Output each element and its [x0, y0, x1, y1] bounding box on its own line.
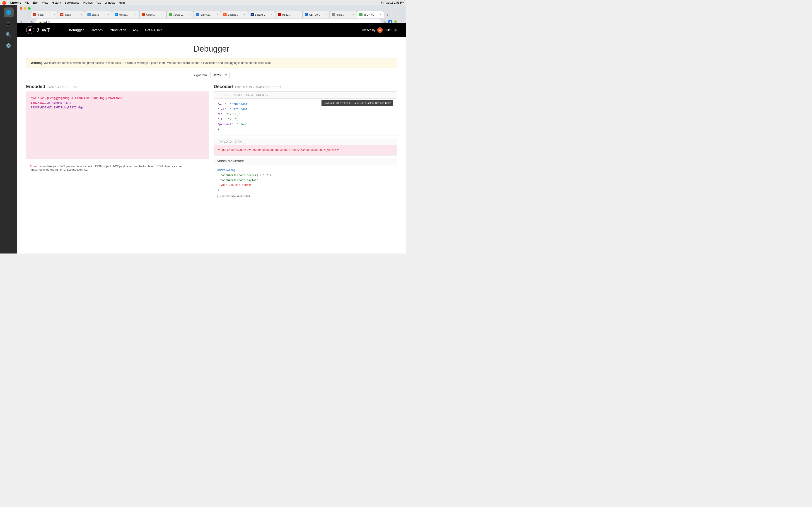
apple-menu[interactable]: 🍎 — [2, 0, 6, 5]
tab-inbox-1[interactable]: M Inbox - ✕ — [31, 11, 58, 18]
menu-file[interactable]: File — [23, 0, 31, 5]
tab-favicon: B — [251, 13, 254, 16]
crafted-by: Crafted by A Auth0 ⓘ — [362, 27, 397, 33]
system-time: Fri Aug 13 2:55 PM — [381, 1, 404, 4]
left-sidebar: 🌐 📱 🔍 ⚙️ — [0, 5, 17, 253]
tab-close-icon[interactable]: ✕ — [162, 13, 164, 16]
nav-introduction[interactable]: Introduction — [109, 28, 126, 32]
verify-fn: HMACSHA256( — [217, 169, 236, 172]
tab-favicon: O — [142, 13, 145, 16]
tab-close-icon[interactable]: ✕ — [379, 13, 382, 16]
tab-booz[interactable]: B BoozAl... ✕ — [248, 11, 275, 18]
tab-jsonv-active[interactable]: J JSON V... ✕ — [357, 11, 384, 18]
algorithm-label: Algorithm — [194, 73, 207, 77]
tab-close-icon[interactable]: ✕ — [108, 13, 110, 16]
jwt-logo-icon — [26, 26, 34, 34]
main-layout: 🌐 📱 🔍 ⚙️ M Inbox - ✕ M Inbox - — [0, 5, 406, 253]
tab-close-icon[interactable]: ✕ — [352, 13, 354, 16]
nav-libraries[interactable]: Libraries — [91, 28, 103, 32]
sidebar-icon-settings[interactable]: ⚙️ — [4, 41, 14, 51]
tab-close-icon[interactable]: ✕ — [81, 13, 83, 16]
tab-close-icon[interactable]: ✕ — [135, 13, 137, 16]
tab-close-icon[interactable]: ✕ — [216, 13, 218, 16]
closing-brace: } — [217, 128, 219, 131]
encoded-cursor: | — [82, 106, 84, 109]
maximize-button[interactable] — [28, 7, 31, 10]
window-controls — [17, 5, 406, 10]
tab-change[interactable]: C Change... ✕ — [221, 11, 248, 18]
nav-debugger[interactable]: Debugger — [69, 28, 84, 32]
tab-title: Change... — [228, 13, 242, 16]
verify-secret[interactable]: your-256-bit-secret — [221, 183, 252, 187]
tab-jsonv1[interactable]: J JSON V... ✕ — [166, 11, 194, 18]
menu-edit[interactable]: Edit — [31, 0, 40, 5]
tab-use[interactable]: U US E... ✕ — [275, 11, 302, 18]
tab-favicon: C — [196, 13, 199, 16]
app-name[interactable]: Chrome — [8, 0, 23, 5]
decoded-header: Decoded EDIT THE PAYLOAD AND SECRET — [214, 84, 397, 89]
tab-title: CBP 20... — [309, 13, 324, 16]
jwt-logo[interactable]: J WT — [26, 26, 51, 34]
menu-bookmarks[interactable]: Bookmarks — [63, 0, 81, 5]
encoded-title: Encoded — [26, 84, 45, 89]
auth0-name: Auth0 — [385, 28, 392, 32]
tab-close-icon[interactable]: ✕ — [271, 13, 273, 16]
tab-close-icon[interactable]: ✕ — [298, 13, 300, 16]
tab-solo[interactable]: S solo.io ✕ — [85, 11, 112, 18]
jwt-logo-text: J WT — [37, 27, 51, 33]
warning-label: Warning: — [31, 61, 44, 64]
encoded-panel: Encoded PASTE A TOKEN HERE eyJleHAiOjE2M… — [26, 84, 209, 202]
info-icon[interactable]: ⓘ — [394, 28, 397, 32]
tab-title: JSON V... — [173, 13, 188, 16]
tab-close-icon[interactable]: ✕ — [244, 13, 246, 16]
menu-tab[interactable]: Tab — [95, 0, 103, 5]
menu-help[interactable]: Help — [117, 0, 127, 5]
tab-favicon: I — [332, 13, 335, 16]
menu-window[interactable]: Window — [103, 0, 117, 5]
decoded-header-content[interactable]: Fri Aug 06 2021 10:34:21 GMT-0400 (Easte… — [214, 99, 397, 135]
close-button[interactable] — [20, 7, 22, 10]
tab-cbp[interactable]: C CBP Ac... ✕ — [194, 11, 221, 18]
page-body: Debugger Warning: JWTs are credentials, … — [17, 37, 406, 209]
tab-title: Office ... — [146, 13, 161, 16]
tab-messages[interactable]: M Messa... ✕ — [112, 11, 139, 18]
tab-cbp2[interactable]: C CBP 20... ✕ — [302, 11, 329, 18]
encoded-subtitle: PASTE A TOKEN HERE — [47, 86, 79, 89]
nav-tshirt[interactable]: Get a T-shirt! — [145, 28, 163, 32]
k-key: "k" — [217, 113, 223, 116]
tab-favicon: M — [115, 13, 118, 16]
tab-inbox-2[interactable]: M Inbox - ✕ — [58, 11, 85, 18]
algorithm-select[interactable]: HS256 HS384 HS512 RS256 — [210, 72, 230, 78]
product-key: "product" — [217, 123, 233, 126]
chrome-window: M Inbox - ✕ M Inbox - ✕ S solo.io ✕ M Me… — [17, 5, 406, 23]
tab-close-icon[interactable]: ✕ — [325, 13, 327, 16]
exp-key: "exp" — [217, 103, 226, 106]
minimize-button[interactable] — [24, 7, 27, 10]
new-tab-button[interactable]: + — [385, 12, 390, 18]
lt-value: "ent", — [228, 118, 239, 121]
tab-close-icon[interactable]: ✕ — [53, 13, 55, 16]
tab-install[interactable]: I Instal... ✕ — [329, 11, 357, 18]
secret-base64-checkbox[interactable] — [217, 195, 220, 198]
nav-ask[interactable]: Ask — [133, 28, 138, 32]
jwt-nav: Debugger Libraries Introduction Ask Get … — [69, 28, 163, 32]
menu-view[interactable]: View — [40, 0, 50, 5]
tab-favicon: J — [169, 13, 172, 16]
sidebar-icon-search[interactable]: 🔍 — [4, 30, 14, 40]
tab-favicon: C — [223, 13, 226, 16]
verify-close: ) — [217, 188, 219, 192]
tab-office[interactable]: O Office ... ✕ — [139, 11, 166, 18]
header-json: "exp": 1628260461, "iat": 1597156461, "k… — [217, 102, 394, 132]
tab-title: solo.io — [92, 13, 106, 16]
encoded-textarea[interactable]: eyJleHAiOjE2MjgyNjA0NjEsImlhdCI6MTU5NzE1… — [26, 92, 209, 159]
tab-favicon: J — [359, 13, 362, 16]
menu-history[interactable]: History — [50, 0, 62, 5]
payload-error-content[interactable]: "\u000e\u0014\u0012z\u0000\u0004\u0006\u… — [214, 145, 397, 155]
sidebar-icon-finder[interactable]: 🌐 — [4, 7, 14, 17]
tab-close-icon[interactable]: ✕ — [189, 13, 191, 16]
decoded-panel: Decoded EDIT THE PAYLOAD AND SECRET HEAD… — [214, 84, 397, 202]
menu-profiles[interactable]: Profiles — [81, 0, 95, 5]
k-value: "178Ltg", — [226, 113, 242, 116]
sidebar-icon-apps[interactable]: 📱 — [4, 18, 14, 29]
jwt-navbar: J WT Debugger Libraries Introduction Ask… — [17, 23, 406, 37]
